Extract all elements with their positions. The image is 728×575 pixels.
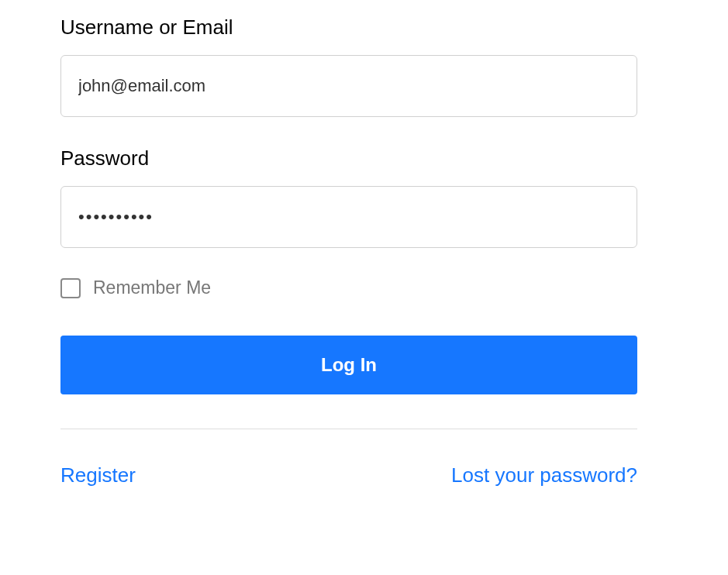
password-group: Password [60,146,637,248]
login-button[interactable]: Log In [60,336,637,394]
password-input[interactable] [60,186,637,248]
remember-checkbox[interactable] [60,278,81,298]
lost-password-link[interactable]: Lost your password? [451,463,637,487]
remember-row: Remember Me [60,277,637,298]
register-link[interactable]: Register [60,463,136,487]
remember-label[interactable]: Remember Me [93,277,211,298]
login-form: Username or Email Password Remember Me L… [60,15,637,487]
links-row: Register Lost your password? [60,463,637,487]
username-input[interactable] [60,55,637,117]
divider [60,429,637,429]
password-label: Password [60,146,637,170]
username-group: Username or Email [60,15,637,117]
username-label: Username or Email [60,15,637,40]
